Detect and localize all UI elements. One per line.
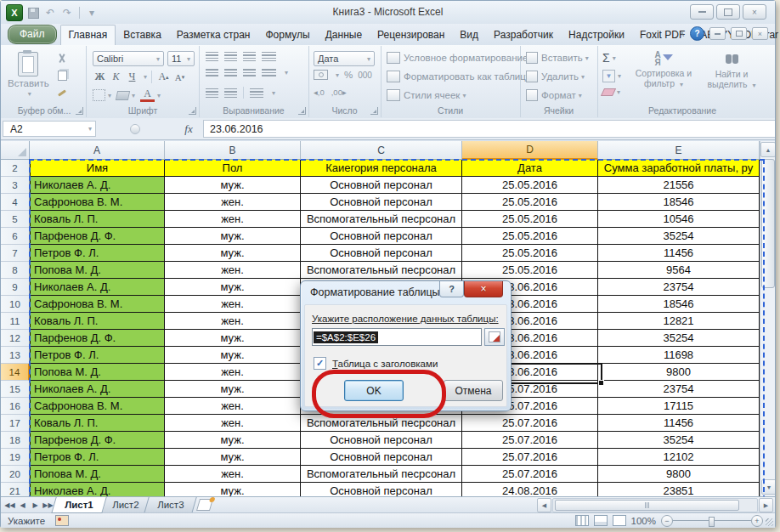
column-header-B[interactable]: B — [165, 141, 301, 160]
find-select-button[interactable]: Найти и выделить ▾ — [701, 51, 762, 91]
data-cell[interactable]: муж. — [165, 245, 301, 262]
data-cell[interactable]: Вспомогательный песрсонал — [301, 262, 462, 279]
align-bottom-icon[interactable] — [243, 52, 256, 61]
data-cell[interactable]: муж. — [165, 449, 301, 466]
row-header-19[interactable]: 19 — [1, 449, 30, 466]
data-cell[interactable]: Основной персонал — [301, 194, 462, 211]
vertical-scrollbar[interactable]: ▲ ▼ — [760, 141, 775, 496]
column-header-E[interactable]: E — [598, 141, 760, 160]
conditional-formatting-button[interactable]: Условное форматирование▾ — [387, 52, 534, 64]
data-cell[interactable]: Сафронова В. М. — [30, 398, 165, 415]
vertical-scroll-thumb[interactable] — [761, 159, 775, 288]
data-cell[interactable]: Основной персонал — [301, 449, 462, 466]
row-header-17[interactable]: 17 — [1, 415, 30, 432]
data-cell[interactable]: 11698 — [598, 347, 760, 364]
fill-button[interactable]: ▼▾ — [602, 70, 621, 82]
data-cell[interactable]: жен. — [165, 415, 301, 432]
data-cell[interactable]: муж. — [165, 381, 301, 398]
bold-button[interactable]: Ж — [93, 70, 107, 84]
row-header-8[interactable]: 8 — [1, 262, 30, 279]
header-cell[interactable]: Каиегория персонала — [301, 160, 462, 177]
cut-button[interactable] — [55, 53, 69, 65]
data-cell[interactable]: муж. — [165, 483, 301, 496]
data-cell[interactable]: Попова М. Д. — [30, 466, 165, 483]
row-header-12[interactable]: 12 — [1, 330, 30, 347]
data-cell[interactable]: муж. — [165, 177, 301, 194]
data-cell[interactable]: 25.05.2016 — [462, 177, 598, 194]
font-dialog-launcher-icon[interactable] — [189, 107, 196, 115]
minimize-button[interactable] — [690, 4, 714, 20]
range-input[interactable]: =$A$2:$E$26 — [312, 328, 482, 346]
ribbon-tab-Главная[interactable]: Главная — [60, 25, 116, 45]
data-cell[interactable]: 17115 — [598, 398, 760, 415]
data-cell[interactable]: 25.05.2016 — [462, 262, 598, 279]
data-cell[interactable]: Петров Ф. Л. — [30, 347, 165, 364]
italic-button[interactable]: К — [109, 70, 123, 84]
data-cell[interactable]: 25.05.2016 — [462, 194, 598, 211]
shrink-font-button[interactable]: А▾ — [172, 70, 187, 84]
wrap-text-icon[interactable] — [250, 88, 263, 98]
data-cell[interactable]: 25.05.2016 — [462, 211, 598, 228]
data-cell[interactable]: жен. — [165, 262, 301, 279]
data-cell[interactable]: Николаев А. Д. — [30, 177, 165, 194]
insert-worksheet-icon[interactable] — [196, 499, 213, 511]
header-cell[interactable]: Имя — [30, 160, 165, 177]
data-cell[interactable]: 9800 — [598, 466, 760, 483]
data-cell[interactable]: 25.07.2016 — [462, 449, 598, 466]
data-cell[interactable]: Попова М. Д. — [30, 262, 165, 279]
increase-indent-icon[interactable] — [224, 88, 237, 98]
data-cell[interactable]: 24.08.2016 — [462, 483, 598, 496]
data-cell[interactable]: жен. — [165, 398, 301, 415]
format-as-table-button[interactable]: Форматировать как таблицу▾ — [387, 71, 537, 82]
column-header-A[interactable]: A — [30, 141, 165, 160]
font-color-button[interactable]: А▾ — [140, 88, 161, 102]
row-header-7[interactable]: 7 — [1, 245, 30, 262]
sheet-tab-Лист3[interactable]: Лист3 — [144, 497, 197, 513]
collapse-range-button[interactable] — [484, 328, 505, 346]
data-cell[interactable]: 25.07.2016 — [462, 466, 598, 483]
ribbon-tab-Данные[interactable]: Данные — [318, 25, 370, 45]
row-header-14[interactable]: 14 — [1, 364, 30, 381]
number-format-select[interactable]: Дата▾ — [314, 51, 375, 66]
zoom-in-icon[interactable]: + — [751, 515, 763, 527]
ribbon-tab-Вид[interactable]: Вид — [452, 25, 486, 45]
alignment-dialog-launcher-icon[interactable] — [298, 107, 306, 115]
data-cell[interactable]: Петров Ф. Л. — [30, 245, 165, 262]
row-header-9[interactable]: 9 — [1, 279, 30, 296]
row-header-16[interactable]: 16 — [1, 398, 30, 415]
sheet-tab-Лист1[interactable]: Лист1 — [51, 497, 106, 513]
dialog-help-icon[interactable]: ? — [439, 281, 464, 297]
row-header-11[interactable]: 11 — [1, 313, 30, 330]
row-header-10[interactable]: 10 — [1, 296, 30, 313]
data-cell[interactable]: муж. — [165, 279, 301, 296]
copy-button[interactable] — [55, 70, 69, 82]
zoom-out-icon[interactable]: − — [661, 515, 673, 527]
row-header-20[interactable]: 20 — [1, 466, 30, 483]
data-cell[interactable]: 9564 — [598, 262, 760, 279]
collapse-ribbon-icon[interactable]: ∧ — [679, 30, 685, 38]
ribbon-tab-Рецензирован[interactable]: Рецензирован — [370, 25, 452, 45]
macro-record-icon[interactable] — [55, 515, 69, 526]
align-center-icon[interactable] — [224, 69, 237, 78]
header-cell[interactable]: Дата — [462, 160, 598, 177]
data-cell[interactable]: Сафронова В. М. — [30, 296, 165, 313]
format-cells-button[interactable]: Формат▾ — [526, 89, 582, 101]
align-middle-icon[interactable] — [224, 52, 237, 61]
data-cell[interactable]: Сафронова В. М. — [30, 194, 165, 211]
insert-function-icon[interactable]: fx — [174, 122, 203, 136]
header-cell[interactable]: Сумма заработной платы, ру — [598, 160, 760, 177]
sort-filter-button[interactable]: АЯ Сортировка и фильтр ▾ — [633, 51, 694, 90]
prev-sheet-icon[interactable]: ◀ — [17, 501, 28, 509]
data-cell[interactable]: Коваль Л. П. — [30, 211, 165, 228]
restore-button[interactable] — [716, 4, 740, 20]
zoom-level[interactable]: 100% — [631, 516, 656, 526]
horizontal-scroll-thumb[interactable] — [555, 500, 739, 511]
data-cell[interactable]: 35254 — [598, 330, 760, 347]
decrease-indent-icon[interactable] — [206, 88, 218, 98]
scroll-down-icon[interactable]: ▼ — [761, 479, 775, 495]
data-cell[interactable]: 35254 — [598, 432, 760, 449]
align-right-icon[interactable] — [243, 69, 256, 78]
data-cell[interactable]: жен. — [165, 364, 301, 381]
clear-button[interactable]: ▾ — [602, 88, 620, 96]
increase-decimal-button[interactable]: ◂,0 — [314, 88, 325, 97]
